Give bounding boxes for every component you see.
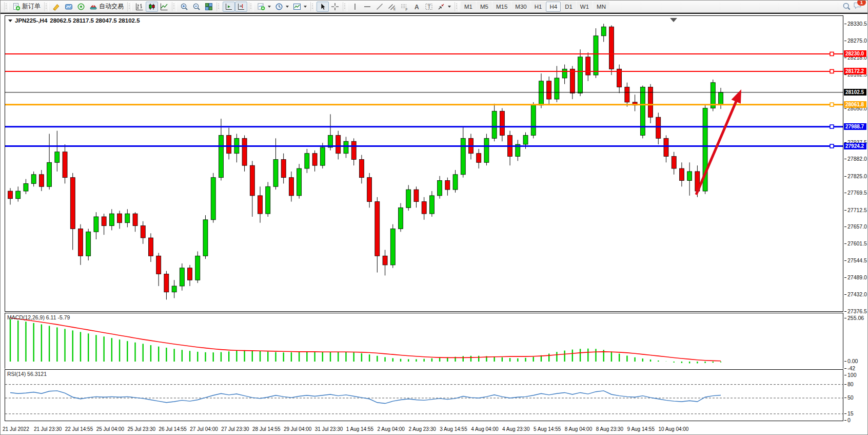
toolbar-separator [172, 2, 176, 11]
time-label: 27 Jul 04:00 [190, 426, 218, 432]
chart-dropdown-icon[interactable] [8, 20, 12, 22]
trendline-tool-button[interactable] [373, 2, 386, 12]
chart-shift-icon [237, 3, 245, 11]
time-label: 26 Jul 14:55 [159, 426, 187, 432]
auto-trading-label: 自动交易 [99, 2, 124, 11]
time-label: 8 Aug 23:30 [596, 426, 623, 432]
line-chart-mode-button[interactable] [158, 2, 170, 12]
rsi-plot[interactable] [5, 370, 843, 421]
price-tick: 27657.0 [847, 223, 867, 230]
chart-window-icon [65, 3, 73, 11]
price-tick: 27544.5 [847, 257, 867, 263]
horizontal-line-tool-button[interactable] [361, 2, 373, 12]
level-line-handle[interactable] [830, 125, 834, 128]
candles [8, 24, 723, 299]
zoom-in-button[interactable] [178, 2, 190, 12]
macd-signal-line [10, 318, 721, 361]
auto-scroll-button[interactable] [223, 2, 235, 12]
search-button[interactable] [840, 2, 853, 12]
price-tick: 28275.0 [847, 37, 867, 44]
main-chart-pane[interactable]: JPN225-,H4 28062.5 28117.5 28047.5 28102… [5, 15, 843, 312]
clock-icon [275, 3, 283, 11]
vertical-line-icon [351, 3, 359, 11]
level-line-handle[interactable] [830, 69, 834, 73]
text-tool-button[interactable]: A [410, 2, 423, 12]
time-label: 9 Aug 14:55 [627, 426, 655, 432]
time-label: 27 Jul 23:30 [221, 426, 249, 432]
timeframe-button-H4[interactable]: H4 [546, 2, 561, 12]
toolbar-separator [4, 2, 9, 11]
auto-trading-icon [89, 3, 97, 11]
templates-button[interactable] [291, 2, 309, 12]
toolbar-separator [44, 2, 49, 11]
macd-pane[interactable]: MACD(12,26,9) 6.11 -5.79 [5, 313, 843, 369]
zoom-out-icon [192, 3, 201, 11]
macd-histogram [10, 319, 721, 364]
text-label-icon: T [425, 3, 433, 11]
chart-region: JPN225-,H4 28062.5 28117.5 28047.5 28102… [1, 13, 868, 435]
crayon-icon [52, 3, 61, 11]
price-axis[interactable]: 28330.528275.028218.028162.528050.027937… [844, 13, 868, 435]
timeframe-button-M30[interactable]: M30 [511, 2, 530, 12]
periods-button[interactable] [273, 2, 291, 12]
indicators-button[interactable] [255, 2, 273, 12]
price-tick: 28330.5 [847, 21, 867, 27]
price-tick: 27882.0 [847, 156, 867, 162]
vertical-line-tool-button[interactable] [349, 2, 361, 12]
rsi-label: RSI(14) 56.3121 [7, 371, 47, 377]
timeframe-button-H1[interactable]: H1 [531, 2, 546, 12]
price-tick: 50 [847, 394, 854, 401]
time-axis[interactable]: 21 Jul 202221 Jul 23:3022 Jul 14:5525 Ju… [5, 422, 843, 435]
level-line-handle[interactable] [830, 144, 834, 148]
text-label-tool-button[interactable]: T [423, 2, 435, 12]
new-order-button[interactable]: 新订单 [10, 2, 43, 12]
time-label: 5 Aug 14:55 [534, 426, 561, 432]
svg-text:A: A [415, 3, 419, 10]
level-line-handle[interactable] [830, 52, 834, 55]
trendline-icon [376, 3, 384, 11]
timeframe-button-W1[interactable]: W1 [577, 2, 593, 12]
toolbar: 新订单 自动交易 E F A [1, 1, 867, 13]
dropdown-caret-icon [304, 6, 307, 8]
chat-button[interactable]: 1 [853, 1, 862, 12]
chart-title: JPN225-,H4 28062.5 28117.5 28047.5 28102… [8, 17, 140, 24]
candlestick-plot[interactable] [5, 16, 843, 311]
profiles-button[interactable] [50, 2, 63, 12]
cursor-button[interactable] [317, 2, 329, 12]
chart-shift-button[interactable] [235, 2, 247, 12]
macd-plot[interactable] [5, 313, 843, 369]
zoom-out-button[interactable] [190, 2, 203, 12]
level-line-handle[interactable] [830, 103, 834, 106]
rsi-pane[interactable]: RSI(14) 56.3121 [5, 369, 843, 421]
price-tick: 15 [847, 410, 854, 417]
arrows-tool-button[interactable] [435, 2, 453, 12]
fibonacci-tool-button[interactable]: F [398, 2, 410, 12]
price-badge: 27988.7 [844, 123, 866, 130]
time-label: 28 Jul 14:55 [252, 426, 281, 432]
arrows-icon [437, 3, 445, 11]
time-label: 2 Aug 04:00 [378, 426, 405, 432]
bar-chart-mode-button[interactable] [133, 2, 146, 12]
auto-trading-button[interactable]: 自动交易 [87, 2, 126, 12]
dropdown-caret-icon [286, 6, 289, 8]
timeframe-button-MN[interactable]: MN [593, 2, 609, 12]
time-label: 1 Aug 14:55 [346, 426, 373, 432]
macd-label: MACD(12,26,9) 6.11 -5.79 [7, 314, 70, 320]
timeframe-button-D1[interactable]: D1 [561, 2, 576, 12]
channel-tool-button[interactable]: E [386, 2, 398, 12]
toolbar-separator [127, 2, 132, 11]
crosshair-button[interactable] [329, 2, 341, 12]
timeframe-button-M1[interactable]: M1 [461, 2, 476, 12]
trend-arrow-head [732, 89, 741, 104]
price-tick: 27432.0 [847, 291, 867, 297]
candlestick-mode-button[interactable] [146, 2, 158, 12]
symbol-period-label: JPN225-,H4 [15, 17, 47, 24]
chart-shift-marker-icon[interactable] [670, 18, 677, 22]
charts-window-button[interactable] [63, 2, 75, 12]
signals-button[interactable] [75, 2, 87, 12]
timeframe-button-M15[interactable]: M15 [492, 2, 511, 12]
price-tick: -42 [847, 365, 855, 371]
tile-windows-button[interactable] [203, 2, 215, 12]
timeframe-button-M5[interactable]: M5 [477, 2, 492, 12]
price-tick: 27489.0 [847, 274, 867, 280]
